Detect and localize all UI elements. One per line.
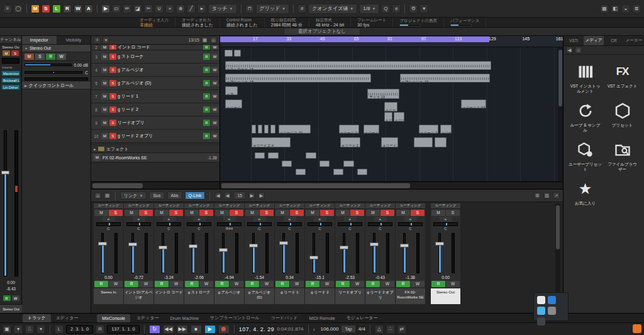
read-automation-button[interactable]: R [185,281,199,287]
mixer-channel-strip[interactable]: ルーティング M S e C -15.1 [305,203,335,304]
folder-track-row[interactable]: ▶ エフェクト [91,145,219,153]
mute-button[interactable]: M [101,54,108,60]
fader-value[interactable]: 0.00 [431,275,460,280]
mute-button[interactable]: M [3,50,10,56]
inspector-section-header[interactable]: ▼ Stereo Out [22,45,91,52]
edit-channel-button[interactable]: e [344,217,357,222]
right-zone-toggle-icon[interactable]: ◧ [611,4,619,13]
tap-tempo-button[interactable]: Tap [341,325,355,333]
precount-icon[interactable]: ∴ [386,325,395,334]
fx-track-row[interactable]: M FX 02-RoomWorks SE -1.38 [91,153,219,162]
write-automation-button[interactable]: W [211,133,218,139]
media-tile[interactable]: プリセット [606,101,639,133]
solo-button[interactable]: S [109,106,116,113]
mute-button[interactable]: M [101,106,108,113]
status-line-item[interactable]: 残り録音時間 2984 時間 48 分 [265,18,309,27]
play-tool-icon[interactable]: ▸ [197,4,206,13]
channel-name[interactable]: g リード 2 [305,288,335,304]
hamburger-menu-icon[interactable]: ≡ [3,4,12,13]
write-automation-button[interactable]: W [380,281,394,287]
mute-button[interactable]: M [396,210,410,216]
rewind-button[interactable]: ◀◀ [163,325,174,334]
pan-value[interactable]: C [431,226,460,231]
mute-button[interactable]: M [101,133,108,139]
right-zone-tab[interactable]: メディア [584,36,604,45]
audio-event[interactable] [268,152,278,159]
setup-toolbar-icon[interactable]: ≣ [632,4,641,13]
audio-event[interactable] [255,152,265,159]
fx-track-value[interactable]: -1.38 [208,156,217,160]
audio-event[interactable] [252,125,256,133]
read-automation-button[interactable]: R [431,281,445,287]
search-icon[interactable]: ◎ [94,192,101,199]
fader-value[interactable]: 0.34 [275,275,304,280]
write-automation-button[interactable]: W [57,54,66,60]
audio-event[interactable] [234,50,241,57]
qlink-button[interactable]: Q-Link [185,191,206,200]
mixer-channel-strip[interactable]: ルーティング M S e R44 -4.94 [214,203,244,304]
pan-control[interactable] [433,222,458,226]
edit-channel-button[interactable]: e [314,217,326,222]
audio-event[interactable] [435,137,447,147]
fader-cap[interactable] [340,246,348,249]
routing-slot[interactable]: ルーティング [431,203,460,209]
track-row[interactable]: 7 M S g リード 1 R W [91,90,219,103]
fader-value[interactable]: -3.24 [154,275,184,280]
transport-config-icon[interactable]: ▣ [3,325,11,334]
audio-event[interactable]: g アルペジオ_18 [225,74,371,82]
audio-event[interactable]: g アルペジオ_19 [400,74,490,82]
track-filter-icon[interactable]: ▾ [103,37,109,43]
fader-value[interactable]: -2.53 [335,275,365,280]
edit-channel-button[interactable]: e [193,217,206,222]
solo-button[interactable]: S [109,210,123,216]
read-automation-button[interactable]: R [125,281,138,287]
read-automation-button[interactable]: R [366,281,380,287]
sync-icon[interactable]: ⇄ [397,325,406,334]
folder-track-name[interactable]: エフェクト [106,146,129,152]
left-zone-tab[interactable]: エディター [51,314,84,322]
pan-value[interactable]: C [275,226,304,231]
chevron-down-icon[interactable]: ▾ [36,325,45,334]
solo-button[interactable]: S [109,45,116,50]
grid-view-icon[interactable]: ▦ [201,37,208,43]
routing-slot[interactable]: ルーティング [94,203,123,209]
write-automation-button[interactable]: W [12,295,19,301]
draw-tool-icon[interactable]: ✏ [123,4,131,13]
pan-value[interactable]: C [335,226,365,231]
marker-icon[interactable]: ▾ [419,4,428,13]
edit-channel-button[interactable]: e [163,217,175,222]
iterative-quantize-button[interactable]: Q [381,4,390,13]
tempo-display[interactable]: 106.000 [321,326,339,332]
left-locator-display[interactable]: 2. 3. 1. 0 [66,325,93,334]
read-automation-button[interactable]: R [3,295,11,301]
lower-zone-tab[interactable]: Drum Machine [165,314,204,322]
fader-value[interactable]: -4.94 [214,275,244,280]
solo-button[interactable]: S [199,210,213,216]
mute-button[interactable]: M [275,210,289,216]
add-track-icon[interactable]: + [94,37,101,43]
track-name[interactable]: イントロ コード [118,45,202,50]
scrollbar-thumb[interactable] [92,183,143,188]
read-automation-button[interactable]: R [203,67,210,73]
stop-button[interactable]: ■ [191,325,202,334]
write-automation-button[interactable]: W [211,45,218,50]
audio-event[interactable] [306,152,316,159]
mixer-channel-strip[interactable]: ルーティング M S e C -2.53 [335,203,365,304]
channel-footer-name[interactable]: Stereo Out [0,304,22,313]
automation-button[interactable]: M [31,4,40,13]
channel-name[interactable]: イントロ/アルペジオ [124,288,153,304]
mixer-settings-icon[interactable]: ⚙ [534,192,541,199]
track-row[interactable]: 10 M S g リード 2 オブリ R W [91,130,219,143]
track-row[interactable]: 9 M S リードオブリ R W [91,116,219,130]
audio-event[interactable]: g リード 2_70 [339,125,360,133]
write-automation-button[interactable]: W [211,120,218,126]
audio-event[interactable] [414,137,432,147]
display-icon[interactable] [537,317,545,326]
media-tile[interactable]: ループ & サンプル [569,101,602,133]
fader-value[interactable]: -0.72 [124,275,153,280]
pan-value[interactable]: C [184,226,214,231]
fx-track-name[interactable]: FX 02-RoomWorks SE [103,156,147,160]
lower-zone-tab[interactable]: MIDI Remote [304,314,340,322]
first-bank-icon[interactable]: ◀ [214,192,221,199]
scrollbar-thumb[interactable] [556,205,560,249]
